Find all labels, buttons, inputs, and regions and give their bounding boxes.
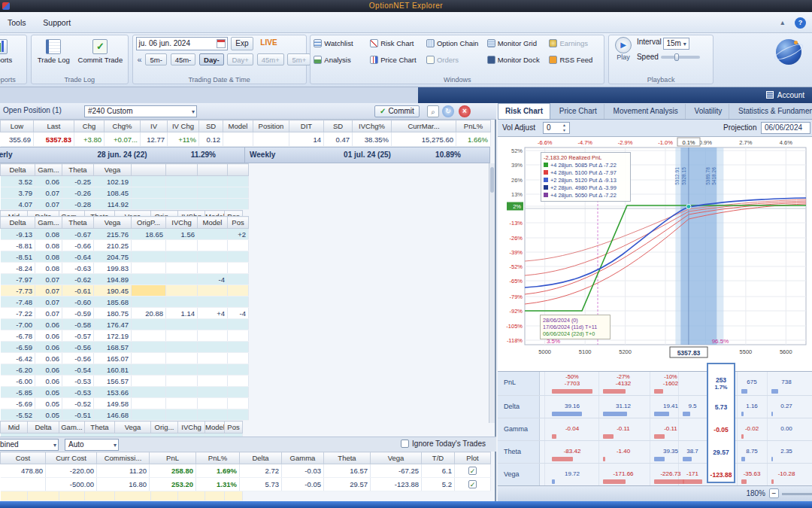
- column-header[interactable]: Mid: [1, 421, 28, 433]
- zoom-out-button[interactable]: −: [769, 488, 779, 498]
- auto-select[interactable]: Auto▾: [65, 439, 119, 451]
- commit-button[interactable]: ✓Commit: [374, 105, 420, 117]
- table-row[interactable]: -9.130.08-0.67215.7618.651.56+2: [1, 229, 249, 240]
- live-button[interactable]: LIVE: [256, 37, 280, 50]
- column-header[interactable]: SD: [324, 120, 353, 132]
- column-header[interactable]: Delta: [1, 217, 35, 229]
- zoom-slider[interactable]: [782, 493, 812, 495]
- table-row[interactable]: -6.000.06-0.53156.57: [1, 376, 249, 387]
- plot-checkbox[interactable]: ✓: [468, 480, 477, 488]
- column-header[interactable]: IVChg: [166, 217, 198, 229]
- column-header[interactable]: Vega: [94, 217, 132, 229]
- column-header[interactable]: Position: [253, 120, 289, 132]
- table-row[interactable]: 3.520.06-0.25102.19: [1, 176, 249, 187]
- refresh-icon[interactable]: ↻: [442, 105, 454, 117]
- help-icon[interactable]: ?: [795, 17, 806, 29]
- nav-45m-fwd[interactable]: 45m+: [257, 53, 284, 65]
- table-row[interactable]: -8.510.08-0.64204.75: [1, 251, 249, 263]
- price-chart-button[interactable]: Price Chart: [370, 53, 424, 67]
- search-plus-icon[interactable]: ⌕: [427, 105, 439, 117]
- column-header[interactable]: [166, 164, 198, 176]
- table-row[interactable]: 4.070.07-0.28114.92: [1, 199, 249, 210]
- column-header[interactable]: Theta: [85, 421, 115, 433]
- tab-price-chart[interactable]: Price Chart: [553, 104, 604, 120]
- menu-tools[interactable]: Tools: [0, 12, 34, 27]
- table-row[interactable]: -6.590.06-0.56168.57: [1, 342, 249, 353]
- column-header[interactable]: Curr Cost: [46, 452, 97, 464]
- tab-volatility[interactable]: Volatility: [688, 104, 730, 120]
- column-header[interactable]: Model: [198, 217, 228, 229]
- exp-button[interactable]: Exp: [231, 37, 253, 50]
- chevrons-left-icon[interactable]: «: [136, 53, 144, 65]
- projection-date-input[interactable]: 06/06/2024: [761, 122, 810, 134]
- column-header[interactable]: Vega: [94, 164, 132, 176]
- nav-5m-fwd[interactable]: 5m+: [287, 53, 311, 65]
- trading-date-input[interactable]: ju. 06 jun. 2024: [136, 37, 228, 50]
- rss-feed-button[interactable]: RSS Feed: [549, 53, 603, 67]
- tab-statistics-fundamental[interactable]: Statistics & Fundamental: [732, 104, 812, 120]
- column-header[interactable]: Cost: [1, 452, 46, 464]
- strikes-scrollbar[interactable]: [489, 163, 495, 423]
- risk-chart-button[interactable]: Risk Chart: [370, 37, 424, 50]
- column-header[interactable]: PnL: [150, 452, 196, 464]
- plot-checkbox[interactable]: ✓: [468, 467, 477, 475]
- ignore-trades-checkbox[interactable]: [401, 440, 409, 448]
- table-row[interactable]: -8.240.08-0.63199.83: [1, 263, 249, 274]
- orders-button[interactable]: Orders: [426, 53, 485, 67]
- column-header[interactable]: IVChg: [178, 421, 205, 433]
- column-header[interactable]: [198, 164, 228, 176]
- vol-adjust-stepper[interactable]: 0 ▲▼: [543, 122, 570, 134]
- table-row[interactable]: -7.730.07-0.61190.45: [1, 285, 249, 297]
- table-row[interactable]: -5.690.05-0.52149.58: [1, 398, 249, 409]
- strategy-select[interactable]: #240 Custom▾: [84, 105, 197, 117]
- table-row[interactable]: -6.200.06-0.54160.81: [1, 364, 249, 376]
- column-header[interactable]: Gam...: [59, 421, 85, 433]
- column-header[interactable]: Gam...: [35, 164, 62, 176]
- column-header[interactable]: Theta: [62, 217, 94, 229]
- column-header[interactable]: Gamma: [282, 452, 324, 464]
- column-header[interactable]: Delta: [1, 164, 35, 176]
- ignore-trades-option[interactable]: Ignore Today's Trades: [401, 440, 486, 448]
- column-header[interactable]: PnL%: [456, 120, 491, 132]
- column-header[interactable]: SD: [199, 120, 223, 132]
- table-row[interactable]: -5.850.05-0.53153.66: [1, 387, 249, 398]
- speed-slider[interactable]: [661, 56, 700, 59]
- column-header[interactable]: Chg: [74, 120, 105, 132]
- column-header[interactable]: [228, 164, 249, 176]
- column-header[interactable]: [132, 164, 166, 176]
- column-header[interactable]: Vega: [371, 452, 422, 464]
- date-annotation-box[interactable]: 28/06/2024 (0) 17/06/2024 (11d) T+11 06/…: [540, 315, 611, 339]
- column-header[interactable]: Theta: [62, 164, 94, 176]
- nav-5m-back[interactable]: 5m-: [145, 53, 166, 65]
- column-header[interactable]: Model: [205, 421, 225, 433]
- table-row[interactable]: -8.810.08-0.66210.25: [1, 240, 249, 251]
- column-header[interactable]: Pos: [225, 421, 243, 433]
- column-header[interactable]: Last: [34, 120, 74, 132]
- column-header[interactable]: DIT: [289, 120, 324, 132]
- column-header[interactable]: Plot: [455, 452, 491, 464]
- play-button[interactable]: ▶: [615, 37, 632, 53]
- column-header[interactable]: T/D: [422, 452, 455, 464]
- combined-select[interactable]: Combined▾: [0, 439, 59, 451]
- speed-slider-thumb[interactable]: [674, 53, 679, 61]
- table-row[interactable]: -6.780.06-0.57172.19: [1, 330, 249, 342]
- monitor-dock-button[interactable]: Monitor Dock: [487, 53, 547, 67]
- tab-risk-chart[interactable]: Risk Chart: [498, 103, 550, 120]
- table-row[interactable]: -6.420.06-0.56165.07: [1, 353, 249, 364]
- reports-button[interactable]: Reports: [0, 37, 15, 65]
- table-row[interactable]: -7.970.07-0.62194.89-4: [1, 274, 249, 285]
- column-header[interactable]: Delta: [240, 452, 282, 464]
- column-header[interactable]: Theta: [324, 452, 371, 464]
- close-icon[interactable]: ×: [459, 105, 471, 117]
- column-header[interactable]: IV: [141, 120, 168, 132]
- commit-trade-button[interactable]: Commit Trade: [75, 37, 126, 65]
- table-row[interactable]: -7.480.07-0.60185.68: [1, 297, 249, 308]
- tab-movement-analysis[interactable]: Movement Analysis: [607, 104, 686, 120]
- nav-day-back[interactable]: Day-: [199, 53, 224, 65]
- nav-45m-back[interactable]: 45m-: [171, 53, 196, 65]
- table-row[interactable]: -5.520.05-0.51146.68: [1, 409, 249, 421]
- interval-select[interactable]: 15m ▾: [663, 38, 689, 50]
- column-header[interactable]: Pos: [228, 217, 249, 229]
- scrollbar-thumb[interactable]: [490, 167, 494, 193]
- monitor-grid-button[interactable]: Monitor Grid: [487, 37, 547, 50]
